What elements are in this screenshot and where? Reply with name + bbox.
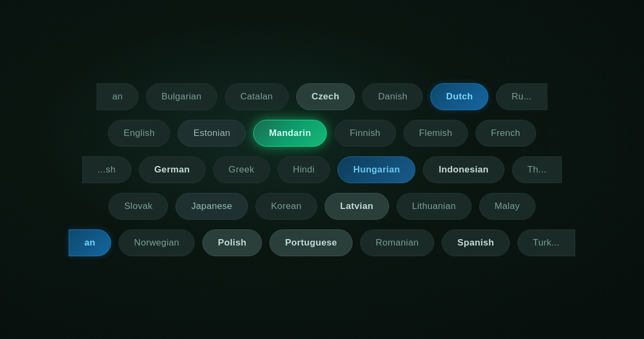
language-chip-greek[interactable]: Greek bbox=[213, 156, 270, 183]
language-chip-bulgarian[interactable]: Bulgarian bbox=[146, 83, 217, 110]
language-chip-an[interactable]: an bbox=[69, 229, 111, 256]
language-row-row2: EnglishEstonianMandarinFinnishFlemishFre… bbox=[69, 120, 575, 147]
language-chip-finnish[interactable]: Finnish bbox=[334, 120, 396, 147]
language-chip-romanian[interactable]: Romanian bbox=[360, 229, 434, 256]
language-chip-an[interactable]: an bbox=[97, 83, 138, 110]
language-chip-catalan[interactable]: Catalan bbox=[225, 83, 289, 110]
language-chip-english[interactable]: English bbox=[108, 120, 170, 147]
language-chip-spanish[interactable]: Spanish bbox=[442, 229, 510, 256]
language-chip-flemish[interactable]: Flemish bbox=[404, 120, 468, 147]
language-row-row3: ...shGermanGreekHindiHungarianIndonesian… bbox=[69, 156, 575, 183]
language-chip-indonesian[interactable]: Indonesian bbox=[423, 156, 504, 183]
language-chip-hungarian[interactable]: Hungarian bbox=[338, 156, 415, 183]
language-row-row4: SlovakJapaneseKoreanLatvianLithuanianMal… bbox=[69, 193, 575, 220]
language-chip-dutch[interactable]: Dutch bbox=[430, 83, 488, 110]
language-chip-danish[interactable]: Danish bbox=[362, 83, 423, 110]
language-row-row1: anBulgarianCatalanCzechDanishDutchRu... bbox=[69, 83, 575, 110]
language-chip-sh[interactable]: ...sh bbox=[82, 156, 131, 183]
language-chip-japanese[interactable]: Japanese bbox=[175, 193, 247, 220]
language-chip-polish[interactable]: Polish bbox=[202, 229, 262, 256]
language-chip-norwegian[interactable]: Norwegian bbox=[119, 229, 195, 256]
language-chip-mandarin[interactable]: Mandarin bbox=[253, 120, 326, 147]
language-chip-hindi[interactable]: Hindi bbox=[277, 156, 330, 183]
language-chip-th[interactable]: Th... bbox=[512, 156, 562, 183]
language-chip-turk[interactable]: Turk... bbox=[517, 229, 575, 256]
language-chip-portuguese[interactable]: Portuguese bbox=[269, 229, 353, 256]
language-chip-french[interactable]: French bbox=[475, 120, 536, 147]
language-chip-czech[interactable]: Czech bbox=[296, 83, 355, 110]
language-selector-container: anBulgarianCatalanCzechDanishDutchRu...E… bbox=[0, 0, 644, 339]
language-chip-ru[interactable]: Ru... bbox=[496, 83, 547, 110]
language-chip-korean[interactable]: Korean bbox=[255, 193, 317, 220]
language-chip-slovak[interactable]: Slovak bbox=[108, 193, 168, 220]
language-grid: anBulgarianCatalanCzechDanishDutchRu...E… bbox=[69, 67, 575, 272]
language-row-row5: anNorwegianPolishPortugueseRomanianSpani… bbox=[69, 229, 575, 256]
language-chip-german[interactable]: German bbox=[139, 156, 206, 183]
language-chip-latvian[interactable]: Latvian bbox=[325, 193, 389, 220]
language-chip-lithuanian[interactable]: Lithuanian bbox=[397, 193, 472, 220]
language-chip-malay[interactable]: Malay bbox=[479, 193, 536, 220]
language-chip-estonian[interactable]: Estonian bbox=[178, 120, 246, 147]
